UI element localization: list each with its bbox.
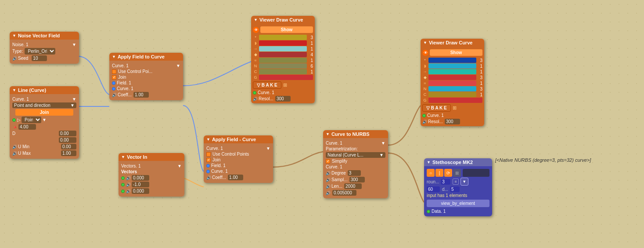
vectors-out-row: Vectors. 1 ▼	[121, 164, 182, 168]
viewer-r-resol-input[interactable]	[445, 119, 460, 124]
apply-field-bottom-header[interactable]: ▼ Apply Field - Curve	[204, 135, 273, 143]
vector-in-header[interactable]: ▼ Vector In	[119, 153, 184, 161]
vrow-icon-1: ◗	[253, 40, 258, 46]
point-socket	[12, 118, 16, 122]
vi-row3: 🔊	[121, 188, 182, 194]
cn-sampl-label: Sampl...	[331, 177, 348, 182]
viewer-right-header[interactable]: ▼ Viewer Draw Curve	[421, 39, 484, 47]
viewer-left-header[interactable]: ▼ Viewer Draw Curve	[251, 16, 315, 24]
coeff-label: Coeff...	[118, 92, 132, 97]
cn-degree-input[interactable]	[348, 170, 361, 176]
curve-in-row: Curve. 1 ▼	[112, 63, 180, 68]
umin-input[interactable]	[61, 144, 76, 150]
line-curve-header[interactable]: ▼ Line (Curve)	[10, 86, 79, 94]
rvrow-icon-7: G	[422, 98, 428, 103]
mode-dropdown-icon: ▼	[70, 103, 75, 108]
d-input[interactable]	[59, 131, 76, 136]
cn-param-dropdown[interactable]: Natural (Curve L... ▼	[326, 152, 385, 158]
rvrow-color-3	[428, 75, 476, 80]
steth-input-has-row: input has 1 elements	[427, 193, 489, 198]
view-by-element-btn[interactable]: view_by_element	[427, 200, 489, 207]
mode-dropdown[interactable]: Point and direction ▼	[12, 102, 76, 108]
apply-field-top-body: Curve. 1 ▼ Use Control Poi... ✓ Join Fie…	[109, 61, 183, 100]
steth-btn-2[interactable]: |	[435, 169, 443, 177]
noise-vf-header[interactable]: ▼ Noise Vector Field	[10, 32, 79, 40]
stethoscope-body: ○ | ⟳ ⊠ roun... ≡ ▼ d... input has 1 ele…	[424, 166, 492, 216]
bake-button[interactable]: ▽ B A K E	[253, 81, 281, 89]
val1-input[interactable]	[18, 124, 36, 130]
stethoscope-node: ▼ Stethoscope MK2 ○ | ⟳ ⊠ roun... ≡ ▼ d.…	[424, 158, 492, 216]
curve-output-row: Curve. 1 ▼	[12, 97, 76, 102]
vrow-0: * 3	[253, 35, 313, 40]
collapse-icon: ▼	[112, 55, 116, 59]
bake-button-right[interactable]: ▽ B A K E	[422, 104, 451, 112]
show-eye-icon-r: 👁	[422, 50, 428, 56]
steth-filter-btn[interactable]: ▼	[461, 178, 468, 186]
steth-roun-row: roun... ≡ ▼	[427, 178, 489, 186]
steth-input-has-text: input has 1 elements	[427, 193, 467, 198]
show-button-right[interactable]: Show	[430, 49, 482, 56]
rvrow-color-5	[428, 86, 476, 91]
cn-simplify-label: Simplify	[332, 159, 347, 164]
stethoscope-header[interactable]: ▼ Stethoscope MK2	[424, 158, 492, 166]
vi-socket2	[121, 183, 125, 186]
vi-socket1	[121, 176, 125, 180]
cn-sampl-input[interactable]	[349, 177, 365, 182]
cn-len-row: 🔊 Len...	[326, 183, 385, 189]
val3-row	[12, 137, 76, 143]
umax-input[interactable]	[61, 150, 76, 156]
point-select[interactable]: Point1	[22, 117, 41, 123]
afc-coeff-input[interactable]	[228, 175, 243, 180]
val3-input[interactable]	[59, 137, 76, 143]
show-button[interactable]: Show	[260, 26, 313, 33]
vrow-color-1	[259, 40, 307, 46]
vectors-out-label: Vectors. 1	[121, 164, 140, 168]
steth-btn-4[interactable]: ⊠	[453, 169, 461, 177]
vrow-7: G	[253, 75, 313, 80]
rvrow-num-6: 1	[477, 92, 482, 97]
join-button[interactable]: Join	[15, 109, 73, 116]
rvrow-color-7	[428, 98, 482, 103]
vi-input2[interactable]	[132, 182, 149, 187]
apply-field-bottom-node: ▼ Apply Field - Curve Curve. 1 ▼ Use Con…	[204, 135, 273, 183]
wires-canvas	[0, 0, 644, 248]
vi-input3[interactable]	[132, 188, 149, 194]
apply-field-top-header[interactable]: ▼ Apply Field to Curve	[109, 53, 183, 61]
apply-field-bottom-body: Curve. 1 ▼ Use Control Points ✓ Join Fie…	[204, 143, 273, 183]
steth-d-input[interactable]	[450, 186, 460, 192]
afc-use-control-checkbox[interactable]	[206, 152, 211, 157]
steth-list-btn[interactable]: ≡	[453, 179, 458, 185]
vi-input1[interactable]	[132, 175, 149, 181]
coeff-input[interactable]	[133, 92, 149, 98]
viewer-r-resol-icon: 🔊	[422, 120, 427, 124]
vectors-title-row: Vectors	[121, 169, 182, 174]
viewer-resol-input[interactable]	[275, 96, 291, 102]
bake-row-right: ▽ B A K E ⊞	[422, 104, 482, 112]
cn-sampl-icon: 🔊	[326, 178, 331, 182]
point-icon: ▷	[17, 117, 21, 122]
afc-join-checkbox[interactable]: ✓	[206, 158, 211, 162]
use-control-checkbox[interactable]	[112, 69, 116, 74]
steth-btn-3[interactable]: ⟳	[444, 169, 452, 177]
seed-icon: 🔊	[12, 56, 17, 61]
type-select[interactable]: Perlin_Ori...	[25, 48, 55, 55]
cn-simplify-checkbox[interactable]: ✓	[326, 159, 330, 164]
seed-input[interactable]: 10	[32, 55, 47, 61]
cn-param-value: Natural (Curve L...	[327, 153, 363, 157]
join-checkbox[interactable]: ✓	[112, 75, 116, 80]
rvrow-1: ◗ 1	[422, 63, 482, 69]
cn-len-input[interactable]	[344, 183, 362, 189]
coeff-icon: 🔊	[112, 93, 117, 97]
noise-output-socket: ▼	[72, 42, 76, 47]
mode-value: Point and direction	[14, 103, 50, 108]
cn-last-input[interactable]	[332, 190, 356, 196]
point-row: ▷ Point1 ▼	[12, 117, 76, 123]
cn-curve-out-row: Curve. 1	[326, 164, 385, 169]
afc-curve-out-socket	[206, 170, 210, 173]
steth-roun-input[interactable]	[441, 179, 450, 185]
steth-60-input[interactable]	[427, 186, 440, 192]
vrow-icon-5: N	[253, 63, 258, 69]
steth-btn-1[interactable]: ○	[427, 169, 435, 177]
noise-vf-node: ▼ Noise Vector Field Noise. 1 ▼ Type: Pe…	[10, 32, 79, 64]
curve-nurbs-header[interactable]: ▼ Curve to NURBS	[323, 130, 388, 138]
